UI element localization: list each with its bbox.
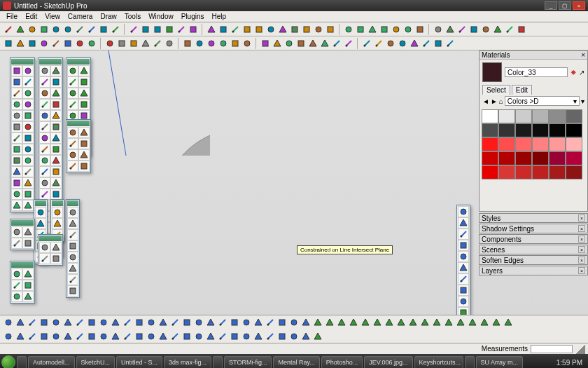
plugin-tool-s[interactable] (217, 331, 228, 342)
material-swatch[interactable] (498, 137, 515, 151)
vstrip-tool-v1[interactable] (458, 206, 469, 217)
palette-tool-zoom[interactable] (11, 189, 22, 200)
plugin-tool-x[interactable] (276, 331, 288, 342)
palette-tool-e[interactable] (39, 88, 50, 99)
panel-shadow-settings[interactable]: Shadow Settings× (479, 224, 588, 233)
plugin-tool-i[interactable] (98, 317, 109, 328)
panel-components[interactable]: Components× (479, 234, 588, 244)
palette-tool-a[interactable] (39, 65, 50, 76)
plugin-tool-z[interactable] (300, 317, 312, 328)
menu-draw[interactable]: Draw (97, 12, 120, 21)
tool-scale[interactable] (218, 38, 229, 49)
plugin-tool-b2[interactable] (324, 317, 335, 328)
tool-save[interactable] (27, 24, 38, 35)
sample-paint-icon[interactable]: ↗ (579, 69, 584, 76)
palette-tool-n1[interactable] (11, 226, 22, 238)
palette-tool-b[interactable] (50, 65, 62, 76)
material-name-field[interactable]: Color_33 (505, 67, 568, 77)
palette-tool-x[interactable] (50, 189, 62, 200)
taskbar-item[interactable]: Keyshortcuts... (414, 356, 463, 368)
tool-e[interactable] (480, 24, 491, 35)
tool-redo[interactable] (86, 24, 97, 35)
tool-poly[interactable] (86, 38, 97, 49)
palette-tool-h[interactable] (50, 99, 62, 110)
palette-shadows[interactable] (66, 199, 80, 298)
material-swatch[interactable] (498, 165, 515, 179)
palette-large-tools[interactable] (10, 57, 35, 212)
palette-tool-dim[interactable] (22, 121, 34, 132)
tool-top[interactable] (140, 24, 151, 35)
plugin-tool-l[interactable] (134, 317, 145, 328)
palette-tool-g2[interactable] (35, 218, 46, 229)
taskbar-item[interactable] (213, 356, 223, 368)
palette-tool-scale[interactable] (22, 155, 34, 166)
plugin-tool-s[interactable] (217, 317, 228, 328)
plugin-tool-m[interactable] (146, 331, 157, 342)
taskbar-item[interactable]: STORMi-fig... (224, 356, 272, 368)
palette-tool-c[interactable] (39, 76, 50, 88)
tool-b[interactable] (444, 24, 456, 35)
maximize-button[interactable]: ▢ (559, 1, 571, 10)
tool-orbit[interactable] (260, 38, 271, 49)
palette-tool-m[interactable] (39, 132, 50, 144)
palette-tool-zwin[interactable] (11, 200, 22, 211)
plugin-tool-z[interactable] (300, 331, 312, 342)
palette-tool-rect[interactable] (11, 76, 22, 88)
tool-look[interactable] (343, 38, 354, 49)
close-button[interactable]: × (573, 1, 585, 10)
plugin-tool-t[interactable] (229, 317, 240, 328)
tool-back[interactable] (176, 24, 187, 35)
plugin-tool-j[interactable] (110, 317, 121, 328)
plugin-tool-g2[interactable] (384, 317, 395, 328)
plugin-tool-e[interactable] (50, 331, 62, 342)
plugin-tool-b[interactable] (15, 317, 26, 328)
materials-back-icon[interactable]: ◄ (482, 97, 489, 105)
tool-undo[interactable] (74, 24, 85, 35)
plugin-tool-q[interactable] (193, 331, 204, 342)
palette-tool-j[interactable] (50, 110, 62, 121)
tool-xray[interactable] (385, 38, 396, 49)
material-swatch[interactable] (532, 151, 549, 165)
palette-tool-s6[interactable] (78, 88, 90, 99)
palette-tool-rot[interactable] (11, 155, 22, 166)
plugin-tool-m2[interactable] (455, 317, 466, 328)
tool-followme[interactable] (241, 38, 253, 49)
palette-tool-r4[interactable] (78, 138, 90, 149)
material-swatch[interactable] (566, 151, 582, 165)
palette-sandbox[interactable] (10, 261, 35, 304)
palette-tool-t1[interactable] (11, 268, 22, 280)
material-swatch[interactable] (566, 165, 582, 179)
vstrip-tool-v3[interactable] (458, 229, 469, 240)
plugin-tool-k[interactable] (122, 317, 133, 328)
palette-tool-t[interactable] (50, 166, 62, 177)
palette-tool-n3[interactable] (39, 253, 50, 264)
palette-vertical[interactable] (456, 205, 470, 315)
palette-tool-x1[interactable] (67, 207, 78, 218)
palette-camera[interactable] (66, 119, 91, 173)
plugin-tool-y[interactable] (288, 331, 300, 342)
material-swatch[interactable] (515, 137, 532, 151)
palette-tool-r3[interactable] (67, 138, 78, 149)
material-swatch[interactable] (532, 137, 549, 151)
plugin-tool-l2[interactable] (443, 317, 454, 328)
plugin-tool-p[interactable] (181, 317, 192, 328)
palette-tool-line[interactable] (22, 65, 34, 76)
palette-tool-u[interactable] (39, 177, 50, 189)
menu-file[interactable]: File (3, 12, 21, 21)
tool-dim[interactable] (104, 38, 115, 49)
palette-tool-s8[interactable] (78, 99, 90, 110)
plugin-tool-a[interactable] (3, 331, 14, 342)
palette-tool-tape[interactable] (11, 110, 22, 121)
tool-right[interactable] (164, 24, 175, 35)
tool-mono[interactable] (421, 38, 432, 49)
tool-pushpull[interactable] (182, 38, 193, 49)
material-swatch[interactable] (482, 151, 498, 165)
palette-tool-x7[interactable] (67, 274, 78, 285)
plugin-tool-c[interactable] (27, 317, 38, 328)
tool-eraser[interactable] (15, 38, 26, 49)
plugin-tool-o[interactable] (169, 331, 181, 342)
plugin-tool-i2[interactable] (407, 317, 419, 328)
palette-tool-s7[interactable] (67, 99, 78, 110)
plugin-tool-k[interactable] (122, 331, 133, 342)
vstrip-tool-v6[interactable] (458, 262, 469, 273)
